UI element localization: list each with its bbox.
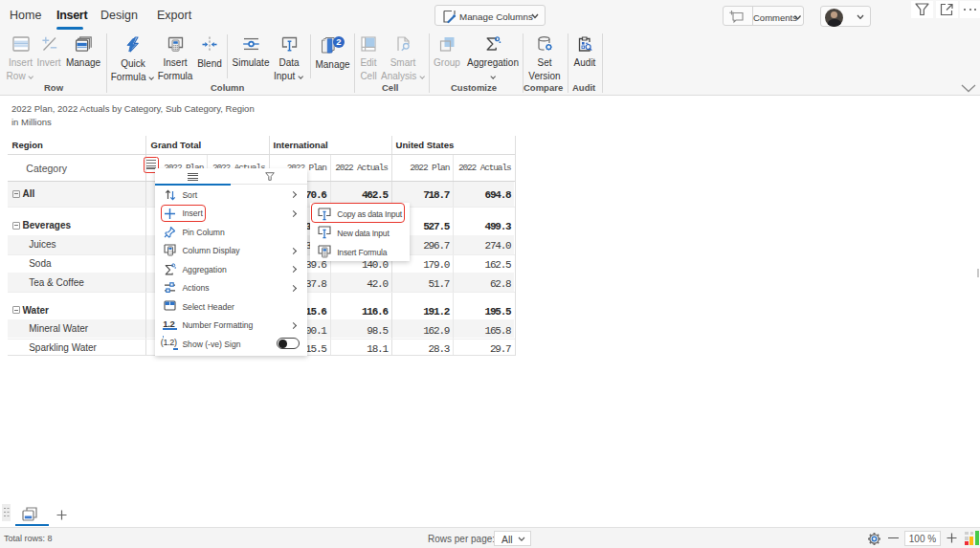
svg-text:2: 2 — [336, 36, 341, 47]
